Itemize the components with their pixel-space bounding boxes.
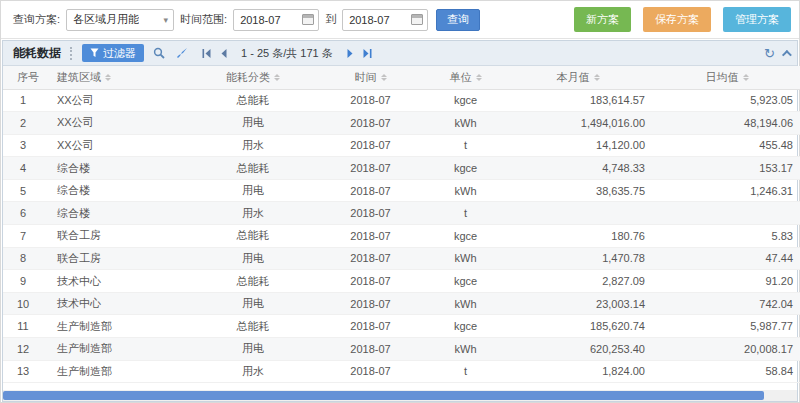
table-cell: 10 (3, 292, 43, 315)
table-cell: 9 (3, 270, 43, 293)
table-cell: kgce (428, 157, 503, 180)
manage-plan-button[interactable]: 管理方案 (723, 7, 791, 32)
table-cell: 生产制造部 (43, 338, 193, 361)
date-from-value: 2018-07 (240, 14, 280, 26)
table-row[interactable]: 12生产制造部用电2018-07kWh620,253.4020,008.17 (3, 338, 800, 361)
table-cell: kWh (428, 292, 503, 315)
table-row[interactable]: 9技术中心总能耗2018-07kgce2,827.0991.20 (3, 270, 800, 293)
table-cell: kWh (428, 112, 503, 135)
next-page-icon[interactable] (346, 48, 355, 59)
collapse-panel-icon[interactable] (782, 49, 792, 59)
table-row[interactable]: 1XX公司总能耗2018-07kgce183,614.575,923.05 (3, 89, 800, 112)
column-header-month-value[interactable]: 本月值 (503, 66, 653, 89)
table-cell: 742.04 (653, 292, 800, 315)
table-cell: 23,003.14 (503, 292, 653, 315)
search-icon[interactable] (151, 45, 167, 61)
table-cell: 联合工房 (43, 247, 193, 270)
scrollbar-thumb[interactable] (3, 391, 764, 400)
sort-icon (274, 74, 280, 81)
table-cell: 48,194.06 (653, 112, 800, 135)
funnel-icon (90, 48, 99, 58)
table-cell: 153.17 (653, 157, 800, 180)
plan-label: 查询方案: (13, 12, 60, 27)
new-plan-button[interactable]: 新方案 (574, 7, 631, 32)
date-from-field[interactable]: 2018-07 (233, 9, 319, 31)
table-row[interactable]: 6综合楼用水2018-07t (3, 202, 800, 225)
column-header-area[interactable]: 建筑区域 (43, 66, 193, 89)
sort-icon (476, 74, 482, 81)
pager-info: 1 - 25 条/共 171 条 (241, 46, 333, 61)
table-cell: 14,120.00 (503, 134, 653, 157)
date-to-field[interactable]: 2018-07 (342, 9, 428, 31)
table-cell: XX公司 (43, 134, 193, 157)
refresh-icon[interactable]: ↻ (764, 47, 775, 60)
horizontal-scrollbar[interactable] (3, 390, 797, 401)
table-cell: XX公司 (43, 89, 193, 112)
column-header-unit[interactable]: 单位 (428, 66, 503, 89)
chevron-down-icon: ▾ (164, 15, 169, 25)
table-cell: 2 (3, 112, 43, 135)
table-cell: 综合楼 (43, 179, 193, 202)
table-cell: kgce (428, 315, 503, 338)
filter-button[interactable]: 过滤器 (82, 44, 144, 62)
sort-icon (105, 74, 111, 81)
column-header-category[interactable]: 能耗分类 (193, 66, 313, 89)
table-row[interactable]: 5综合楼用电2018-07kWh38,635.751,246.31 (3, 179, 800, 202)
table-cell: 用水 (193, 360, 313, 383)
table-cell: 58.84 (653, 360, 800, 383)
table-row[interactable]: 2XX公司用电2018-07kWh1,494,016.0048,194.06 (3, 112, 800, 135)
table-cell: 180.76 (503, 225, 653, 248)
last-page-icon[interactable] (362, 48, 373, 59)
table-cell: 2018-07 (313, 112, 428, 135)
table-row[interactable]: 13生产制造部用水2018-07t1,824.0058.84 (3, 360, 800, 383)
prev-page-icon[interactable] (219, 48, 228, 59)
table-cell: kWh (428, 179, 503, 202)
table-cell: 4,748.33 (503, 157, 653, 180)
table-cell: 38,635.75 (503, 179, 653, 202)
table-cell: 11 (3, 315, 43, 338)
table-cell: 2018-07 (313, 292, 428, 315)
table-cell: 13 (3, 360, 43, 383)
table-cell: 2018-07 (313, 315, 428, 338)
table-cell: 用电 (193, 338, 313, 361)
table-cell: kgce (428, 225, 503, 248)
table-cell: 4 (3, 157, 43, 180)
table-cell: t (428, 202, 503, 225)
grip-handle-icon[interactable] (70, 47, 73, 60)
table-row[interactable]: 11生产制造部总能耗2018-07kgce185,620.745,987.77 (3, 315, 800, 338)
table-row[interactable]: 4综合楼总能耗2018-07kgce4,748.33153.17 (3, 157, 800, 180)
table-cell: 620,253.40 (503, 338, 653, 361)
query-button[interactable]: 查询 (436, 9, 480, 31)
table-row[interactable]: 3XX公司用水2018-07t14,120.00455.48 (3, 134, 800, 157)
first-page-icon[interactable] (201, 48, 212, 59)
table-cell: 总能耗 (193, 89, 313, 112)
table-cell: 5 (3, 179, 43, 202)
table-cell: 183,614.57 (503, 89, 653, 112)
plan-select[interactable]: 各区域月用能 ▾ (66, 9, 174, 31)
clear-filter-icon[interactable] (174, 45, 190, 61)
column-header-daily-value[interactable]: 日均值 (653, 66, 800, 89)
table-cell: 联合工房 (43, 225, 193, 248)
table-cell: 1,246.31 (653, 179, 800, 202)
table-cell: 总能耗 (193, 270, 313, 293)
calendar-icon[interactable] (411, 14, 423, 25)
table-cell: 8 (3, 247, 43, 270)
table-cell: 2018-07 (313, 270, 428, 293)
table-row[interactable]: 10技术中心用电2018-07kWh23,003.14742.04 (3, 292, 800, 315)
table-cell: 455.48 (653, 134, 800, 157)
table-cell: 2,827.09 (503, 270, 653, 293)
table-cell: 2018-07 (313, 225, 428, 248)
table-row[interactable]: 7联合工房总能耗2018-07kgce180.765.83 (3, 225, 800, 248)
table-cell: 20,008.17 (653, 338, 800, 361)
column-header-time[interactable]: 时间 (313, 66, 428, 89)
table-cell: 1,470.78 (503, 247, 653, 270)
column-header-index[interactable]: 序号 (3, 66, 43, 89)
table-row[interactable]: 8联合工房用电2018-07kWh1,470.7847.44 (3, 247, 800, 270)
panel-toolbar: 能耗数据 过滤器 1 - 25 条/共 171 条 (3, 41, 797, 66)
calendar-icon[interactable] (302, 14, 314, 25)
table-cell: 用水 (193, 134, 313, 157)
table-cell: 生产制造部 (43, 315, 193, 338)
save-plan-button[interactable]: 保存方案 (643, 7, 711, 32)
sort-icon (381, 74, 387, 81)
table-cell: 1 (3, 89, 43, 112)
